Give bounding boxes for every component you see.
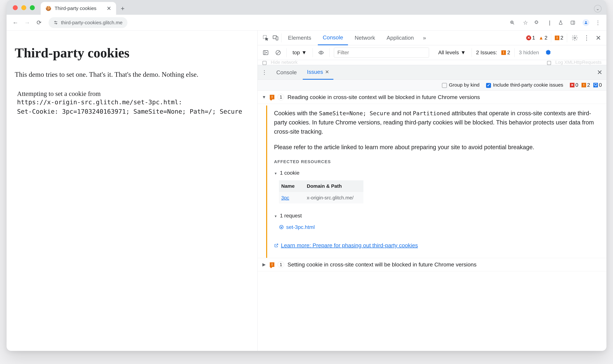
log-xhr-checkbox[interactable] — [547, 61, 551, 65]
network-icon — [279, 225, 284, 230]
tab-network[interactable]: Network — [350, 30, 380, 45]
issue-count-pill: 1 — [278, 94, 284, 100]
maximize-window-button[interactable] — [30, 5, 35, 10]
error-flag-icon: ✕ — [570, 83, 574, 87]
back-button[interactable]: ← — [12, 19, 19, 26]
separator — [329, 48, 330, 57]
disclosure-triangle-icon[interactable]: ▶ — [261, 262, 266, 267]
svg-point-1 — [55, 21, 56, 22]
profile-avatar[interactable] — [583, 19, 589, 26]
tab-console[interactable]: Console — [318, 30, 348, 45]
drawer-tab-issues[interactable]: Issues ✕ — [303, 65, 333, 80]
devtools-tabstrip: Elements Console Network Application » ✕… — [258, 30, 606, 45]
context-selector[interactable]: top ▼ — [291, 49, 308, 57]
group-by-kind-toggle[interactable]: Group by kind — [442, 82, 480, 88]
issue-description-1: Cookies with the SameSite=None; Secure a… — [274, 109, 600, 136]
close-window-button[interactable] — [13, 5, 18, 10]
content-split: Third-party cookies This demo tries to s… — [7, 30, 606, 351]
more-tabs-icon[interactable]: » — [420, 34, 429, 42]
close-tab-button[interactable]: ✕ — [107, 5, 111, 12]
issues-summary-count[interactable]: ! 2 — [501, 50, 510, 56]
site-settings-icon[interactable] — [53, 20, 58, 25]
zoom-icon[interactable] — [510, 20, 517, 25]
error-count[interactable]: ✕ 1 — [526, 35, 535, 41]
svg-point-3 — [56, 23, 57, 24]
affected-resources-heading: AFFECTED RESOURCES — [274, 158, 600, 165]
titlebar: 🍪 Third-party cookies ✕ + ⌄ — [7, 0, 606, 15]
svg-point-10 — [585, 21, 587, 23]
hide-network-checkbox[interactable] — [262, 61, 266, 65]
warning-count[interactable]: ▲ 2 — [539, 35, 548, 41]
extensions-icon[interactable] — [534, 20, 541, 25]
issues-summary-label[interactable]: 2 Issues: — [476, 50, 497, 56]
omnibox[interactable]: third-party-cookies.glitch.me — [49, 17, 127, 28]
svg-point-19 — [320, 52, 322, 53]
clear-console-icon[interactable] — [274, 49, 282, 57]
browser-tab[interactable]: 🍪 Third-party cookies ✕ — [41, 2, 116, 15]
svg-rect-8 — [571, 21, 575, 24]
issues-list: ▼ ! 1 Reading cookie in cross-site conte… — [258, 91, 606, 351]
labs-icon[interactable] — [558, 20, 565, 25]
issue-row[interactable]: ▶ ! 1 Setting cookie in cross-site conte… — [258, 258, 606, 271]
svg-line-18 — [277, 51, 280, 54]
issue-details: Cookies with the SameSite=None; Secure a… — [258, 104, 606, 258]
tab-elements[interactable]: Elements — [283, 30, 316, 45]
issue-count-pill: 1 — [278, 261, 284, 268]
devtools-kebab-icon[interactable]: ⋮ — [583, 34, 591, 42]
drawer-tabstrip: ⋮ Console Issues ✕ ✕ — [258, 65, 606, 80]
sidebar-toggle-icon[interactable] — [261, 49, 270, 57]
hidden-messages-label[interactable]: 3 hidden — [519, 50, 539, 56]
console-filter-input[interactable] — [334, 48, 429, 58]
table-row[interactable]: 3pc x-origin-src.glitch.me/ — [279, 192, 363, 204]
error-icon: ✕ — [526, 35, 531, 40]
new-tab-button[interactable]: + — [118, 4, 128, 13]
separator: | — [546, 19, 553, 26]
cookies-disclosure[interactable]: 1 cookie — [274, 169, 600, 177]
reload-button[interactable]: ⟳ — [35, 19, 43, 26]
console-settings-row: Hide network Log XMLHttpRequests — [258, 60, 606, 65]
inspect-element-icon[interactable] — [261, 34, 270, 42]
console-settings-icon[interactable] — [545, 49, 551, 56]
svg-point-21 — [280, 225, 283, 229]
requests-disclosure[interactable]: 1 request — [274, 212, 600, 220]
cookie-name-link[interactable]: 3pc — [281, 195, 289, 200]
disclosure-triangle-icon[interactable]: ▼ — [261, 95, 266, 100]
browser-window: 🍪 Third-party cookies ✕ + ⌄ ← → ⟳ third-… — [7, 0, 606, 351]
tab-application[interactable]: Application — [382, 30, 419, 45]
code-block: https://x-origin-src.glitch.me/set-3pc.h… — [15, 98, 249, 116]
issue-row[interactable]: ▼ ! 1 Reading cookie in cross-site conte… — [258, 91, 606, 104]
tab-overflow-button[interactable]: ⌄ — [594, 5, 601, 13]
separator — [514, 48, 515, 57]
side-panel-icon[interactable] — [570, 20, 578, 25]
include-3pc-toggle[interactable]: Include third-party cookie issues — [486, 82, 563, 88]
window-controls — [13, 5, 35, 10]
issues-mini-counts: ✕0 !2 🗨0 — [570, 82, 602, 88]
device-toolbar-icon[interactable] — [271, 34, 280, 42]
close-icon[interactable]: ✕ — [325, 69, 329, 75]
col-domain: Domain & Path — [304, 180, 363, 192]
drawer-tab-console[interactable]: Console — [272, 65, 301, 80]
warning-flag-icon: ! — [582, 83, 586, 87]
levels-selector[interactable]: All levels ▼ — [437, 49, 467, 57]
issue-flag-icon: ! — [270, 262, 274, 267]
minimize-window-button[interactable] — [21, 5, 26, 10]
affected-cookies-table: Name Domain & Path 3pc x-origin-src.glit… — [279, 180, 363, 204]
info-flag-icon: 🗨 — [593, 83, 598, 87]
devtools-close-icon[interactable]: ✕ — [594, 34, 602, 42]
bookmark-star-icon[interactable]: ☆ — [522, 19, 529, 26]
forward-button[interactable]: → — [23, 19, 31, 26]
external-link-icon — [274, 243, 279, 248]
settings-gear-icon[interactable] — [571, 34, 579, 42]
issues-count[interactable]: ! 2 — [555, 35, 563, 41]
separator — [551, 33, 551, 42]
separator — [313, 48, 313, 57]
drawer-kebab-icon[interactable]: ⋮ — [261, 69, 267, 76]
live-expression-icon[interactable] — [317, 49, 325, 57]
page-heading: Third-party cookies — [15, 45, 249, 61]
kebab-menu-icon[interactable]: ⋮ — [594, 19, 601, 26]
affected-request-link[interactable]: set-3pc.html — [279, 223, 600, 231]
drawer-close-icon[interactable]: ✕ — [597, 68, 602, 76]
page-content: Third-party cookies This demo tries to s… — [7, 30, 258, 351]
warning-icon: ▲ — [539, 35, 544, 41]
learn-more-link[interactable]: Learn more: Prepare for phasing out thir… — [274, 241, 600, 250]
